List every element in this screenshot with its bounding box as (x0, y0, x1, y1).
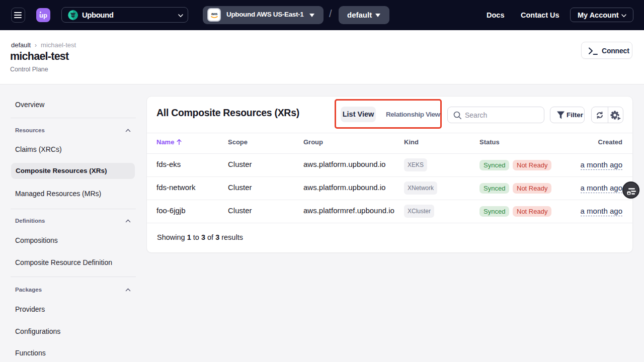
svg-text:aws: aws (211, 12, 218, 16)
